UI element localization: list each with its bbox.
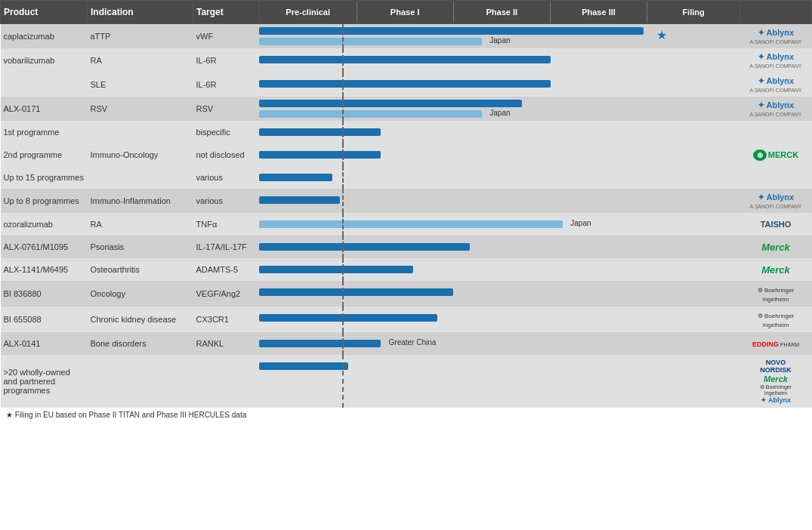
cell-product: Up to 15 programmes	[1, 166, 88, 189]
bar	[259, 220, 562, 228]
header-indication: Indication	[88, 1, 193, 24]
phase-divider	[342, 166, 344, 189]
header-phase1: Phase I	[357, 2, 453, 23]
table-row: SLEIL-6R✦ AblynxA SANOFI COMPANY	[1, 72, 812, 97]
cell-indication	[88, 355, 193, 408]
cell-logo	[740, 121, 812, 143]
cell-target: IL-6R	[193, 48, 260, 72]
phase-divider	[342, 281, 344, 307]
cell-bars	[259, 281, 739, 307]
pipeline-table: Product Indication Target Pre-clinical P…	[0, 0, 812, 408]
table-row: ozoralizumabRATNFαJapanTAISHO	[1, 213, 812, 236]
cell-bars: Greater China	[259, 332, 739, 355]
bar	[259, 128, 381, 136]
bar	[259, 110, 481, 118]
cell-product: ozoralizumab	[1, 213, 88, 236]
bar	[259, 174, 332, 181]
cell-logo: ✦ AblynxA SANOFI COMPANY	[740, 97, 812, 121]
header-target: Target	[193, 1, 260, 24]
cell-bars	[259, 121, 739, 143]
cell-product: caplacizumab	[1, 24, 88, 49]
cell-indication: Immuno-Inflammation	[88, 189, 193, 213]
filing-star-icon: ★	[656, 28, 667, 42]
cell-target: not disclosed	[193, 143, 260, 166]
cell-indication	[88, 121, 193, 143]
cell-bars	[259, 166, 739, 189]
cell-target: TNFα	[193, 213, 260, 236]
cell-logo: ✦ AblynxA SANOFI COMPANY	[740, 189, 812, 213]
bar-label: Greater China	[389, 338, 437, 347]
table-row: ALX-0141Bone disordersRANKLGreater China…	[1, 332, 812, 355]
cell-indication: RA	[88, 48, 193, 72]
cell-logo: NOVONORDISK Merck ⚙ BoehringerIngelheim …	[740, 355, 812, 408]
table-header: Product Indication Target Pre-clinical P…	[1, 1, 812, 24]
header-preclinical: Pre-clinical	[260, 2, 357, 23]
cell-target: ADAMTS-5	[193, 258, 260, 281]
cell-product: 1st programme	[1, 121, 88, 143]
cell-bars: Japan	[259, 213, 739, 236]
bar	[259, 100, 522, 107]
cell-logo: ✦ AblynxA SANOFI COMPANY	[740, 24, 812, 49]
table-row: 1st programmebispecific	[1, 121, 812, 143]
bar	[259, 151, 381, 159]
cell-product	[1, 72, 88, 97]
cell-logo: ⚙ BoehringerIngelheim	[740, 281, 812, 307]
phase-divider	[342, 189, 344, 213]
table-row: ALX-0761/M1095PsoriasisIL-17A/IL-17FMerc…	[1, 236, 812, 258]
cell-logo: ✦ AblynxA SANOFI COMPANY	[740, 72, 812, 97]
bar-label: Japan	[489, 109, 510, 117]
phase-divider	[342, 236, 344, 258]
cell-product: 2nd programme	[1, 143, 88, 166]
cell-indication: RA	[88, 213, 193, 236]
cell-product: vobarilizumab	[1, 48, 88, 72]
header-filing: Filing	[647, 2, 739, 23]
cell-target: vWF	[193, 24, 260, 49]
table-row: ALX-1141/M6495OsteoarthritisADAMTS-5Merc…	[1, 258, 812, 281]
phase-divider	[342, 121, 344, 143]
header-logo	[740, 1, 812, 24]
cell-target: IL-6R	[193, 72, 260, 97]
header-phase3: Phase III	[550, 2, 647, 23]
bar	[259, 80, 550, 88]
cell-product: BI 655088	[1, 307, 88, 332]
cell-bars	[259, 307, 739, 332]
table-row: BI 655088Chronic kidney diseaseCX3CR1⚙ B…	[1, 307, 812, 332]
table-row: ALX-0171RSVRSVJapan✦ AblynxA SANOFI COMP…	[1, 97, 812, 121]
cell-bars	[259, 258, 739, 281]
cell-product: ALX-0761/M1095	[1, 236, 88, 258]
cell-logo: ⊕MERCK	[740, 143, 812, 166]
cell-product: ALX-1141/M6495	[1, 258, 88, 281]
phase-divider	[342, 213, 344, 236]
cell-logo: ⚙ BoehringerIngelheim	[740, 307, 812, 332]
table-row: 2nd programmeImmuno-Oncologynot disclose…	[1, 143, 812, 166]
cell-target: various	[193, 166, 260, 189]
header-phases: Pre-clinical Phase I Phase II Phase III …	[259, 1, 739, 24]
cell-target: VEGF/Ang2	[193, 281, 260, 307]
cell-product: >20 wholly-owned and partnered programme…	[1, 355, 88, 408]
bar	[259, 288, 453, 296]
bar	[259, 266, 412, 273]
cell-product: ALX-0141	[1, 332, 88, 355]
header-phase2: Phase II	[453, 2, 550, 23]
cell-indication: Osteoarthritis	[88, 258, 193, 281]
cell-logo: TAISHO	[740, 213, 812, 236]
cell-logo: Merck	[740, 258, 812, 281]
cell-bars	[259, 189, 739, 213]
bar-label: Japan	[570, 219, 591, 227]
phase-divider	[342, 258, 344, 281]
cell-bars	[259, 355, 739, 408]
cell-target: CX3CR1	[193, 307, 260, 332]
phase-divider	[342, 307, 344, 332]
bar	[259, 362, 348, 370]
phase-divider	[342, 24, 344, 48]
table-row: >20 wholly-owned and partnered programme…	[1, 355, 812, 408]
cell-indication	[88, 166, 193, 189]
cell-target: various	[193, 189, 260, 213]
bar	[259, 27, 643, 35]
table-row: vobarilizumabRAIL-6R✦ AblynxA SANOFI COM…	[1, 48, 812, 72]
cell-bars: Japan	[259, 97, 739, 121]
cell-logo: EDDING PHARM	[740, 332, 812, 355]
cell-indication: aTTP	[88, 24, 193, 49]
table-row: Up to 8 programmesImmuno-Inflammationvar…	[1, 189, 812, 213]
cell-indication: Bone disorders	[88, 332, 193, 355]
